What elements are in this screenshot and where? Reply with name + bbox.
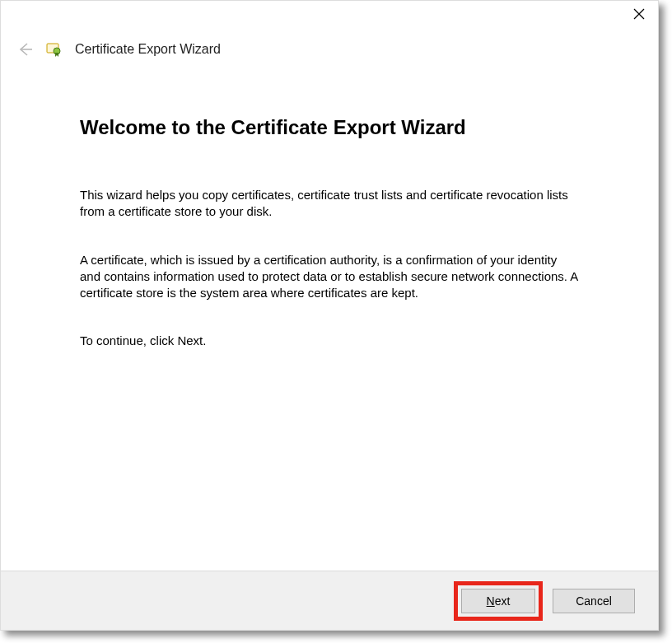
intro-paragraph-1: This wizard helps you copy certificates,… xyxy=(80,187,579,221)
back-arrow-icon xyxy=(16,40,34,58)
cancel-button[interactable]: Cancel xyxy=(553,589,635,613)
titlebar xyxy=(1,1,658,35)
wizard-footer: Next Cancel xyxy=(1,571,658,630)
certificate-icon xyxy=(45,40,63,58)
close-icon xyxy=(633,8,645,20)
welcome-heading: Welcome to the Certificate Export Wizard xyxy=(80,116,579,139)
continue-paragraph: To continue, click Next. xyxy=(80,333,579,349)
close-button[interactable] xyxy=(620,1,658,27)
wizard-title: Certificate Export Wizard xyxy=(75,42,221,57)
next-button[interactable]: Next xyxy=(461,589,535,613)
wizard-content: Welcome to the Certificate Export Wizard… xyxy=(1,67,658,571)
next-button-highlight: Next xyxy=(454,581,543,621)
wizard-header: Certificate Export Wizard xyxy=(1,35,658,67)
intro-paragraph-2: A certificate, which is issued by a cert… xyxy=(80,252,579,302)
wizard-window: Certificate Export Wizard Welcome to the… xyxy=(0,0,659,631)
